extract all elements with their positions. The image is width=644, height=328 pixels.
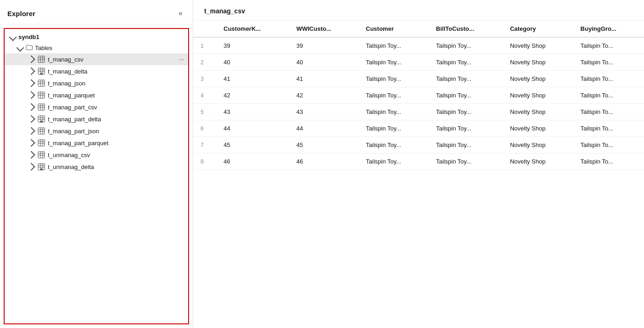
- tree-item-label: t_manag_delta: [48, 68, 176, 75]
- sidebar-tree-wrapper: syndb1 Tables: [4, 28, 189, 324]
- chevron-down-icon: [9, 33, 17, 41]
- data-table: CustomerK... WWICusto... Customer BillTo…: [193, 21, 644, 170]
- svg-rect-37: [38, 140, 45, 146]
- cell-customerk: 40: [216, 54, 289, 71]
- cell-buyinggroup: Tailspin To...: [573, 120, 644, 137]
- cell-category: Novelty Shop: [503, 104, 573, 120]
- cell-category: Novelty Shop: [503, 137, 573, 153]
- row-number: 8: [193, 153, 216, 170]
- tree-item-label: t_manag_part_json: [48, 128, 176, 135]
- cell-customerk: 44: [216, 120, 289, 137]
- cell-wwicusto: 46: [289, 153, 358, 170]
- tree-item-t_manag_part_csv[interactable]: t_manag_part_csv ···: [5, 101, 188, 113]
- cell-wwicusto: 39: [289, 37, 358, 54]
- col-header-wwicusto[interactable]: WWICusto...: [289, 21, 358, 37]
- cell-billtocustomer: Tailspin Toy...: [429, 54, 503, 71]
- cell-wwicusto: 40: [289, 54, 358, 71]
- cell-category: Novelty Shop: [503, 120, 573, 137]
- tree-item-t_unmanag_delta[interactable]: t_unmanag_delta ···: [5, 161, 188, 173]
- row-number: 1: [193, 37, 216, 54]
- chevron-right-icon: [28, 139, 35, 147]
- cell-buyinggroup: Tailspin To...: [573, 87, 644, 104]
- tree-item-label: t_manag_parquet: [48, 92, 176, 99]
- chevron-right-icon: [28, 103, 35, 111]
- cell-customerk: 46: [216, 153, 289, 170]
- cell-buyinggroup: Tailspin To...: [573, 153, 644, 170]
- row-number: 6: [193, 120, 216, 137]
- cell-category: Novelty Shop: [503, 87, 573, 104]
- cell-customer: Tailspin Toy...: [358, 137, 429, 153]
- tree-item-t_manag_delta[interactable]: t_manag_delta ···: [5, 65, 188, 77]
- cell-billtocustomer: Tailspin Toy...: [429, 104, 503, 120]
- table-icon: [38, 79, 45, 87]
- tree-item-label: t_manag_csv: [48, 56, 176, 63]
- cell-customer: Tailspin Toy...: [358, 104, 429, 120]
- col-header-buyinggroup[interactable]: BuyingGro...: [573, 21, 644, 37]
- table-icon: [38, 91, 45, 99]
- chevron-right-icon: [28, 163, 35, 171]
- more-options-icon[interactable]: ···: [179, 56, 184, 63]
- cell-customer: Tailspin Toy...: [358, 153, 429, 170]
- tree-item-t_manag_part_delta[interactable]: t_manag_part_delta ···: [5, 113, 188, 125]
- tree-item-label: t_manag_json: [48, 80, 176, 87]
- db-label: syndb1: [18, 34, 40, 40]
- row-number: 5: [193, 104, 216, 120]
- col-header-customer[interactable]: Customer: [358, 21, 429, 37]
- cell-buyinggroup: Tailspin To...: [573, 37, 644, 54]
- table-icon: [38, 56, 45, 63]
- tree-item-t_manag_part_parquet[interactable]: t_manag_part_parquet ···: [5, 137, 188, 149]
- svg-rect-11: [38, 80, 45, 86]
- tree-section-tables[interactable]: Tables: [5, 42, 188, 53]
- cell-customer: Tailspin Toy...: [358, 87, 429, 104]
- tree-item-t_manag_csv[interactable]: t_manag_csv ···: [5, 53, 188, 65]
- table-icon: [38, 127, 45, 135]
- row-number: 2: [193, 54, 216, 71]
- tree-item-label: t_unmanag_delta: [48, 164, 176, 170]
- cell-customerk: 39: [216, 37, 289, 54]
- main-content: t_manag_csv CustomerK... WWICusto... Cus…: [193, 0, 644, 328]
- table-row: 13939Tailspin Toy...Tailspin Toy...Novel…: [193, 37, 644, 54]
- chevron-right-icon: [28, 151, 35, 159]
- tree-db-row[interactable]: syndb1: [5, 32, 188, 42]
- table-header: CustomerK... WWICusto... Customer BillTo…: [193, 21, 644, 37]
- table-row: 24040Tailspin Toy...Tailspin Toy...Novel…: [193, 54, 644, 71]
- row-number: 7: [193, 137, 216, 153]
- svg-rect-32: [38, 128, 45, 134]
- col-header-customerK[interactable]: CustomerK...: [216, 21, 289, 37]
- table-delta-icon: [38, 115, 45, 123]
- cell-customer: Tailspin Toy...: [358, 37, 429, 54]
- cell-billtocustomer: Tailspin Toy...: [429, 87, 503, 104]
- tree-item-label: t_manag_part_delta: [48, 116, 176, 123]
- cell-category: Novelty Shop: [503, 71, 573, 87]
- table-row: 74545Tailspin Toy...Tailspin Toy...Novel…: [193, 137, 644, 153]
- table-body: 13939Tailspin Toy...Tailspin Toy...Novel…: [193, 37, 644, 170]
- sidebar-header: Explorer «: [0, 0, 193, 24]
- sidebar-collapse-button[interactable]: «: [176, 8, 185, 18]
- cell-customerk: 42: [216, 87, 289, 104]
- row-number: 3: [193, 71, 216, 87]
- tree-item-t_manag_part_json[interactable]: t_manag_part_json ···: [5, 125, 188, 137]
- data-table-container[interactable]: CustomerK... WWICusto... Customer BillTo…: [193, 21, 644, 328]
- folder-icon: [26, 44, 33, 51]
- table-icon: [38, 139, 45, 147]
- svg-rect-0: [38, 56, 45, 62]
- table-row: 34141Tailspin Toy...Tailspin Toy...Novel…: [193, 71, 644, 87]
- tree-item-t_manag_parquet[interactable]: t_manag_parquet ···: [5, 89, 188, 101]
- table-row: 64444Tailspin Toy...Tailspin Toy...Novel…: [193, 120, 644, 137]
- tree-item-t_unmanag_csv[interactable]: t_unmanag_csv ···: [5, 149, 188, 161]
- tree-item-label: t_manag_part_csv: [48, 104, 176, 111]
- table-row: 54343Tailspin Toy...Tailspin Toy...Novel…: [193, 104, 644, 120]
- tree-item-t_manag_json[interactable]: t_manag_json ···: [5, 77, 188, 89]
- sidebar: Explorer « syndb1 Tables: [0, 0, 193, 328]
- col-header-category[interactable]: Category: [503, 21, 573, 37]
- table-delta-icon: [38, 163, 45, 170]
- chevron-right-icon: [28, 127, 35, 135]
- chevron-right-icon: [28, 91, 35, 99]
- svg-rect-21: [38, 104, 45, 110]
- col-header-billtocustomer[interactable]: BillToCusto...: [429, 21, 503, 37]
- table-row: 84646Tailspin Toy...Tailspin Toy...Novel…: [193, 153, 644, 170]
- cell-wwicusto: 45: [289, 137, 358, 153]
- cell-customerk: 41: [216, 71, 289, 87]
- cell-billtocustomer: Tailspin Toy...: [429, 153, 503, 170]
- tree-item-label: t_unmanag_csv: [48, 152, 176, 158]
